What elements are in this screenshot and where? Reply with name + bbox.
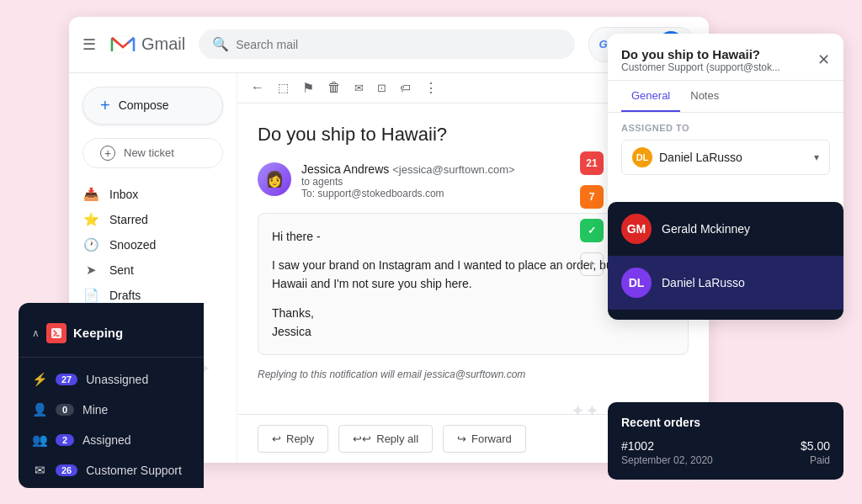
new-ticket-icon: + [100,146,115,161]
starred-label: Starred [109,213,148,226]
label-icon[interactable]: 🏷 [400,82,411,94]
person-icon: 👤 [32,402,47,417]
clock-icon: 🕐 [82,237,99,252]
sender-email-text: <jessica@surftown.com> [392,163,514,176]
reply-all-button[interactable]: ↩↩ Reply all [338,425,433,453]
assigned-label: Assigned [82,433,131,447]
inbox-icon: 📥 [82,187,99,202]
sidebar-item-snoozed[interactable]: 🕐 Snoozed [69,232,226,257]
sender-avatar: 👩 [258,162,291,196]
keeping-icon-svg [51,327,62,339]
reply-icon: ↩ [272,432,281,445]
side-indicators: 21 7 ✓ + [580,151,604,276]
search-input[interactable] [236,38,561,51]
chevron-down-icon: ▾ [814,151,819,163]
gmail-m-icon [109,34,136,55]
report-icon[interactable]: ⚑ [302,80,314,96]
order-status: Paid [801,454,830,466]
new-ticket-label: New ticket [124,146,174,159]
agent-item-gerald[interactable]: GM Gerald Mckinney [608,202,843,256]
close-icon[interactable]: ✕ [817,50,830,69]
sidebar-item-assigned[interactable]: 👥 2 Assigned [19,425,204,455]
widget-title-row: Do you ship to Hawaii? Customer Support … [621,47,780,73]
collapse-icon[interactable]: ∧ [32,327,40,339]
tab-general[interactable]: General [621,81,680,112]
sidebar-item-mine[interactable]: 👤 0 Mine [19,395,204,425]
agents-dropdown: GM Gerald Mckinney DL Daniel LaRusso KO … [608,202,843,320]
archive-icon[interactable]: ⊡ [377,82,386,94]
inbox-label: Inbox [109,188,138,201]
agent-name-daniel: Daniel LaRusso [662,276,745,289]
star-icon: ⭐ [82,212,99,227]
mine-label: Mine [82,403,108,416]
print-icon[interactable]: ⬚ [278,81,289,94]
recent-orders-panel: Recent orders #1002 September 02, 2020 $… [608,402,843,480]
recent-orders-title: Recent orders [621,416,830,429]
order-right: $5.00 Paid [801,439,830,466]
sidebar-item-starred[interactable]: ⭐ Starred [69,207,226,232]
unassigned-badge: 27 [56,374,77,385]
menu-icon[interactable]: ☰ [82,35,96,54]
gmail-logo: Gmail [109,34,185,55]
deco-marks-right: ✦✦ [571,401,599,421]
indicator-check[interactable]: ✓ [580,219,604,242]
keeping-sidebar-title: Keeping [73,326,123,340]
order-id: #1002 [621,439,713,453]
agent-item-kayleigh[interactable]: KO Kayleigh Oliver [608,310,843,320]
sidebar-item-unassigned[interactable]: ⚡ 27 Unassigned [19,364,204,395]
keeping-widget: Do you ship to Hawaii? Customer Support … [608,34,843,320]
email-signature: Jessica [272,322,674,341]
widget-body: ASSIGNED TO DL Daniel LaRusso ▾ [608,113,843,195]
agent-item-daniel[interactable]: DL Daniel LaRusso [608,256,843,310]
compose-plus-icon: + [100,96,110,115]
widget-header: Do you ship to Hawaii? Customer Support … [608,34,843,81]
mail-icon: ✉ [32,463,47,478]
search-icon: 🔍 [212,36,229,52]
gmail-title: Gmail [141,34,185,54]
order-row: #1002 September 02, 2020 $5.00 Paid [621,439,830,466]
more-icon[interactable]: ⋮ [424,80,438,96]
sent-label: Sent [109,263,134,277]
delete-icon[interactable]: 🗑 [327,80,341,95]
tab-notes[interactable]: Notes [680,81,729,112]
people-icon: 👥 [32,432,47,448]
indicator-orange[interactable]: 7 [580,185,604,209]
widget-title: Do you ship to Hawaii? [621,47,780,61]
forward-icon: ↪ [457,432,466,445]
agent-name-gerald: Gerald Mckinney [662,222,750,236]
reply-all-icon: ↩↩ [353,432,371,445]
drafts-label: Drafts [109,289,141,302]
agent-avatar-daniel: DL [621,268,652,298]
email-footer-note: Replying to this notification will email… [258,369,689,380]
forward-label: Forward [471,432,512,445]
reply-label: Reply [286,432,314,445]
assigned-select[interactable]: DL Daniel LaRusso ▾ [621,140,830,175]
support-badge: 26 [56,464,77,476]
widget-tabs: General Notes [608,81,843,113]
keeping-sidebar-header: ∧ Keeping [19,316,204,358]
mine-badge: 0 [56,404,74,416]
order-amount: $5.00 [801,439,830,453]
assigned-to-label: ASSIGNED TO [621,123,830,133]
svg-rect-0 [111,36,135,53]
new-ticket-button[interactable]: + New ticket [82,138,223,168]
sidebar-item-customer-support[interactable]: ✉ 26 Customer Support [19,455,204,485]
forward-button[interactable]: ↪ Forward [443,425,526,453]
gmail-search-bar[interactable]: 🔍 [199,29,574,59]
assigned-name: Daniel LaRusso [659,151,807,164]
customer-support-label: Customer Support [86,464,182,477]
sidebar-item-inbox[interactable]: 📥 Inbox [69,182,226,207]
reply-button[interactable]: ↩ Reply [258,425,328,453]
sidebar-item-sent[interactable]: ➤ Sent [69,257,226,283]
keeping-logo-icon [46,323,67,343]
compose-button[interactable]: + Compose [82,87,223,125]
mail-icon[interactable]: ✉ [354,82,364,94]
indicator-plus[interactable]: + [580,252,604,276]
drafts-icon: 📄 [82,288,99,303]
keeping-sidebar: ∧ Keeping ⚡ 27 Unassigned 👤 0 Mine 👥 2 A… [19,303,204,488]
indicator-red[interactable]: 21 [580,151,604,175]
snoozed-label: Snoozed [109,238,156,252]
compose-label: Compose [119,98,169,112]
back-icon[interactable]: ← [251,80,264,95]
order-left: #1002 September 02, 2020 [621,439,713,466]
